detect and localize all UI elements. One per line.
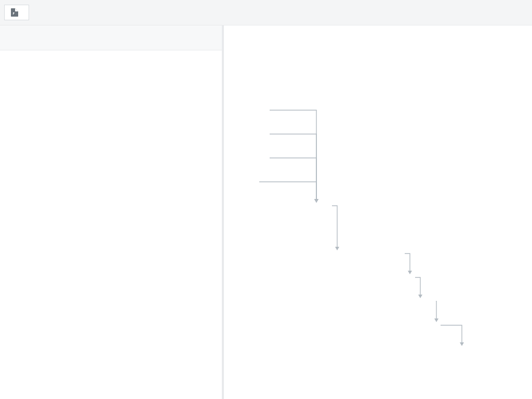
gantt-container (0, 25, 532, 399)
svg-marker-3 (314, 199, 318, 203)
timeline-pane[interactable] (223, 25, 532, 399)
task-table-header (0, 25, 222, 50)
pane-splitter[interactable] (222, 25, 224, 399)
svg-marker-4 (335, 247, 339, 250)
svg-marker-0 (314, 199, 318, 203)
svg-marker-2 (314, 199, 318, 203)
task-table (0, 25, 223, 399)
dependency-layer (223, 50, 532, 399)
svg-marker-7 (434, 318, 438, 322)
svg-marker-8 (460, 342, 464, 346)
pdf-export-icon (11, 8, 18, 17)
svg-marker-6 (418, 295, 422, 298)
svg-marker-5 (408, 271, 412, 274)
svg-marker-1 (314, 199, 318, 203)
export-pdf-button[interactable] (4, 5, 29, 20)
